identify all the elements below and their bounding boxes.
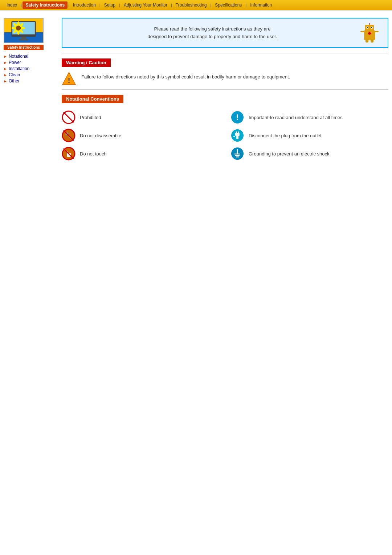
nav-setup[interactable]: Setup	[101, 1, 118, 9]
prohibited-label: Prohibited	[80, 115, 101, 120]
svg-point-23	[369, 23, 370, 24]
svg-rect-43	[238, 131, 239, 133]
logo-illustration	[4, 18, 43, 43]
sidebar-nav-label: Installation	[9, 66, 29, 71]
svg-point-6	[17, 21, 20, 25]
nav-bar: Index | Safety Instructions | Introducti…	[0, 0, 392, 11]
svg-rect-26	[360, 31, 364, 32]
nav-specifications[interactable]: Specifications	[212, 1, 245, 9]
sidebar-item-other[interactable]: ► Other	[4, 78, 54, 84]
content-area: Please read the following safety instruc…	[54, 18, 388, 161]
sidebar-item-power[interactable]: ► Power	[4, 60, 54, 65]
nav-index[interactable]: Index	[4, 1, 20, 9]
svg-rect-16	[364, 30, 375, 40]
svg-rect-42	[236, 131, 237, 133]
nav-information[interactable]: Information	[247, 1, 275, 9]
disconnect-icon	[230, 129, 244, 142]
no-disassemble-label: Do not disassemble	[80, 133, 121, 138]
hero-line1: Please read the following safety instruc…	[154, 26, 271, 32]
disconnect-label: Disconnect the plug from the outlet	[249, 133, 322, 138]
no-disassemble-icon: 🔧	[62, 129, 75, 142]
notational-item-no-disassemble: 🔧 Do not disassemble	[62, 129, 220, 142]
caution-icon: !	[62, 71, 76, 86]
arrow-icon: ►	[4, 79, 7, 83]
important-icon: !	[230, 110, 244, 124]
svg-rect-25	[369, 32, 371, 35]
hero-line2: designed to prevent damage to property a…	[147, 34, 277, 39]
sidebar-item-notational[interactable]: ► Notational	[4, 54, 54, 59]
no-touch-icon	[62, 147, 75, 161]
nav-sep-6: |	[209, 3, 212, 7]
warning-text: Failure to follow directions noted by th…	[81, 73, 290, 81]
nav-safety-instructions[interactable]: Safety Instructions	[23, 1, 68, 9]
sidebar-logo	[4, 18, 44, 43]
nav-sep-3: |	[99, 3, 101, 7]
arrow-icon: ►	[4, 73, 7, 77]
svg-text:!: !	[68, 76, 70, 84]
svg-rect-27	[375, 31, 379, 32]
sidebar-item-clean[interactable]: ► Clean	[4, 72, 54, 77]
svg-rect-15	[19, 39, 28, 40]
svg-point-5	[16, 26, 21, 31]
svg-rect-41	[235, 133, 240, 136]
nav-introduction[interactable]: Introduction	[70, 1, 99, 9]
sidebar-nav-label: Other	[9, 78, 20, 84]
nav-sep-7: |	[245, 3, 247, 7]
sidebar-logo-label: Safety Instructions	[4, 45, 44, 50]
divider-2	[62, 89, 388, 90]
no-touch-label: Do not touch	[80, 151, 107, 157]
sidebar-nav-label: Power	[9, 60, 21, 65]
grounding-label: Grounding to prevent an electric shock	[249, 151, 330, 157]
nav-sep-2: |	[68, 3, 70, 7]
notational-item-no-touch: Do not touch	[62, 147, 220, 161]
notational-item-disconnect: Disconnect the plug from the outlet	[230, 129, 388, 142]
svg-line-33	[64, 112, 74, 122]
arrow-icon: ►	[4, 54, 7, 58]
warning-row: ! Failure to follow directions noted by …	[62, 71, 388, 86]
hero-banner: Please read the following safety instruc…	[62, 18, 388, 48]
nav-sep-1: |	[20, 3, 23, 7]
svg-rect-28	[366, 40, 368, 42]
sidebar-item-installation[interactable]: ► Installation	[4, 66, 54, 71]
nav-sep-4: |	[118, 3, 121, 7]
notational-item-grounding: Grounding to prevent an electric shock	[230, 147, 388, 161]
sidebar: Safety Instructions ► Notational ► Power…	[4, 18, 54, 161]
hero-icon	[359, 23, 380, 43]
svg-rect-44	[236, 136, 238, 139]
nav-adjusting[interactable]: Adjusting Your Monitor	[121, 1, 170, 9]
important-label: Important to read and understand at all …	[249, 115, 343, 120]
nav-sep-5: |	[170, 3, 173, 7]
svg-rect-14	[21, 37, 26, 39]
hero-text: Please read the following safety instruc…	[70, 25, 355, 41]
warning-section: Warning / Caution ! Failure to follow di…	[62, 58, 388, 86]
svg-point-10	[17, 31, 20, 35]
warning-header: Warning / Caution	[62, 58, 111, 67]
sidebar-nav-label: Notational	[9, 54, 28, 59]
divider-1	[62, 53, 388, 53]
svg-point-20	[367, 27, 368, 28]
nav-troubleshooting[interactable]: Troubleshooting	[173, 1, 210, 9]
sidebar-nav: ► Notational ► Power ► Installation ►	[4, 54, 54, 84]
main-layout: Safety Instructions ► Notational ► Power…	[0, 11, 392, 164]
svg-point-8	[21, 27, 25, 29]
arrow-icon: ►	[4, 61, 7, 65]
svg-rect-29	[371, 40, 373, 42]
svg-text:!: !	[236, 113, 238, 122]
svg-point-12	[12, 27, 15, 29]
helper-robot-icon	[359, 23, 380, 43]
notational-grid: Prohibited ! Important to read and under…	[62, 110, 388, 161]
notational-item-prohibited: Prohibited	[62, 110, 220, 124]
notational-header: Notational Conventions	[62, 95, 123, 103]
arrow-icon: ►	[4, 67, 7, 71]
sidebar-nav-label: Clean	[9, 72, 20, 77]
grounding-icon	[230, 147, 244, 161]
notational-section: Notational Conventions Prohibited	[62, 95, 388, 161]
svg-point-21	[371, 27, 372, 28]
notational-item-important: ! Important to read and understand at al…	[230, 110, 388, 124]
prohibited-icon	[62, 110, 75, 124]
